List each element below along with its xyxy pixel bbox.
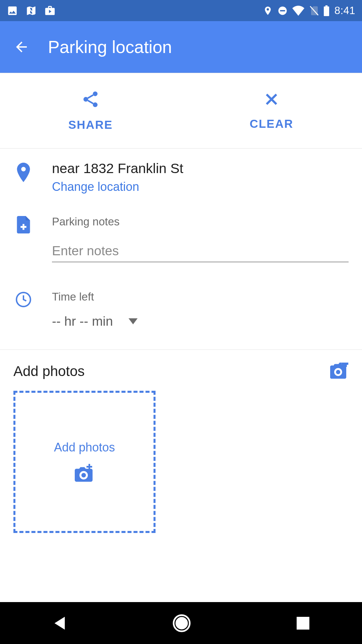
nav-home-button[interactable] xyxy=(172,614,191,633)
notes-row: Parking notes xyxy=(0,206,362,274)
clock-icon xyxy=(15,291,32,308)
status-right-icons: 8:41 xyxy=(263,5,355,17)
nav-recents-button[interactable] xyxy=(297,617,309,630)
time-left-dropdown[interactable]: -- hr -- min xyxy=(52,314,349,329)
no-sim-icon xyxy=(309,5,318,16)
dnd-icon xyxy=(278,6,288,16)
location-row: near 1832 Franklin St Change location xyxy=(0,149,362,206)
play-notification-icon xyxy=(44,5,56,16)
photos-section-title: Add photos xyxy=(13,363,85,379)
share-icon xyxy=(81,90,100,109)
nav-bar xyxy=(0,602,362,644)
svg-point-4 xyxy=(93,102,98,107)
location-icon xyxy=(263,6,273,16)
back-button[interactable] xyxy=(13,39,29,55)
time-left-value: -- hr -- min xyxy=(52,314,113,329)
notes-input[interactable] xyxy=(52,241,349,262)
change-location-link[interactable]: Change location xyxy=(52,180,349,194)
page-title: Parking location xyxy=(48,37,172,57)
camera-add-icon xyxy=(73,464,96,483)
share-label: SHARE xyxy=(68,118,113,131)
photos-notification-icon xyxy=(7,5,18,16)
add-photo-icon-button[interactable] xyxy=(329,363,349,380)
photos-section: Add photos xyxy=(0,350,362,546)
app-bar: Parking location xyxy=(0,21,362,73)
close-icon xyxy=(263,91,280,108)
notes-label: Parking notes xyxy=(52,215,349,228)
share-button[interactable]: SHARE xyxy=(0,73,181,148)
status-bar: 8:41 xyxy=(0,0,362,21)
clear-button[interactable]: CLEAR xyxy=(181,73,362,148)
add-photos-box[interactable]: Add photos xyxy=(13,391,156,533)
time-left-label: Time left xyxy=(52,290,349,303)
status-left-icons xyxy=(7,5,56,16)
dropdown-icon xyxy=(128,318,138,324)
status-clock: 8:41 xyxy=(335,5,355,17)
maps-notification-icon xyxy=(25,5,37,16)
parking-address: near 1832 Franklin St xyxy=(52,161,349,176)
location-pin-icon xyxy=(15,163,32,182)
svg-point-3 xyxy=(83,97,88,102)
clear-label: CLEAR xyxy=(250,117,294,130)
svg-rect-1 xyxy=(280,10,285,11)
action-row: SHARE CLEAR xyxy=(0,73,362,149)
svg-rect-13 xyxy=(297,617,309,630)
svg-point-2 xyxy=(93,92,98,96)
time-row: Time left -- hr -- min xyxy=(0,274,362,342)
svg-point-12 xyxy=(176,618,187,629)
battery-icon xyxy=(323,5,330,16)
add-photos-cta: Add photos xyxy=(54,440,115,454)
nav-back-button[interactable] xyxy=(53,615,67,631)
wifi-icon xyxy=(292,6,304,16)
note-add-icon xyxy=(16,216,31,233)
